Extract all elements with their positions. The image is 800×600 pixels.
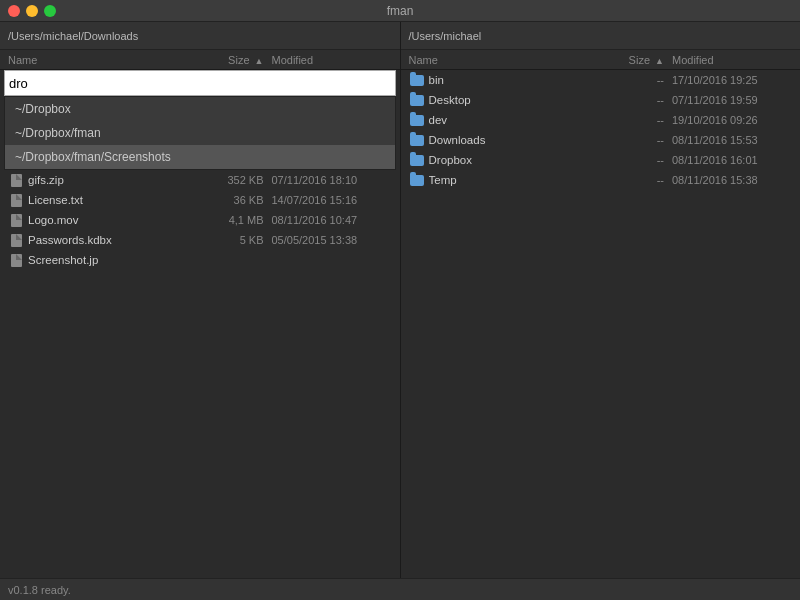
right-col-date-header[interactable]: Modified <box>672 54 792 66</box>
right-panel-path: /Users/michael <box>401 22 801 50</box>
file-name: Temp <box>429 174 603 186</box>
table-row[interactable]: Screenshot.jp <box>0 250 400 270</box>
file-size: 36 KB <box>202 194 272 206</box>
file-name: gifs.zip <box>28 174 202 186</box>
file-icon <box>11 194 22 207</box>
table-row[interactable]: Logo.mov4,1 MB08/11/2016 10:47 <box>0 210 400 230</box>
maximize-button[interactable] <box>44 5 56 17</box>
table-row[interactable]: License.txt36 KB14/07/2016 15:16 <box>0 190 400 210</box>
file-date: 19/10/2016 09:26 <box>672 114 792 126</box>
window-controls <box>8 5 56 17</box>
window-title: fman <box>387 4 414 18</box>
left-col-name-header[interactable]: Name <box>8 54 202 66</box>
statusbar: v0.1.8 ready. <box>0 578 800 600</box>
table-row[interactable]: bin--17/10/2016 19:25 <box>401 70 801 90</box>
file-date: 08/11/2016 15:38 <box>672 174 792 186</box>
file-size: -- <box>602 114 672 126</box>
table-row[interactable]: dev--19/10/2016 09:26 <box>401 110 801 130</box>
file-name: Passwords.kdbx <box>28 234 202 246</box>
file-name: Dropbox <box>429 154 603 166</box>
table-row[interactable]: Passwords.kdbx5 KB05/05/2015 13:38 <box>0 230 400 250</box>
titlebar: fman <box>0 0 800 22</box>
right-panel-header: Name Size ▲ Modified <box>401 50 801 70</box>
autocomplete-list: ~/Dropbox~/Dropbox/fman~/Dropbox/fman/Sc… <box>4 96 396 170</box>
right-col-name-header[interactable]: Name <box>409 54 603 66</box>
main-layout: /Users/michael/Downloads Name Size ▲ Mod… <box>0 22 800 578</box>
file-date: 07/11/2016 19:59 <box>672 94 792 106</box>
status-text: v0.1.8 ready. <box>8 584 71 596</box>
file-size: 352 KB <box>202 174 272 186</box>
left-panel-path: /Users/michael/Downloads <box>0 22 400 50</box>
folder-icon <box>410 135 424 146</box>
file-size: -- <box>602 134 672 146</box>
left-col-size-header[interactable]: Size ▲ <box>202 54 272 66</box>
table-row[interactable]: Temp--08/11/2016 15:38 <box>401 170 801 190</box>
right-panel: /Users/michael Name Size ▲ Modified bin-… <box>401 22 801 578</box>
file-name: License.txt <box>28 194 202 206</box>
list-item[interactable]: ~/Dropbox/fman/Screenshots <box>5 145 395 169</box>
folder-icon <box>410 175 424 186</box>
file-name: Logo.mov <box>28 214 202 226</box>
file-date: 05/05/2015 13:38 <box>272 234 392 246</box>
file-name: Downloads <box>429 134 603 146</box>
search-input-wrapper[interactable] <box>4 70 396 96</box>
left-panel: /Users/michael/Downloads Name Size ▲ Mod… <box>0 22 401 578</box>
file-icon <box>11 234 22 247</box>
right-file-list[interactable]: bin--17/10/2016 19:25Desktop--07/11/2016… <box>401 70 801 578</box>
file-date: 14/07/2016 15:16 <box>272 194 392 206</box>
folder-icon <box>410 115 424 126</box>
list-item[interactable]: ~/Dropbox/fman <box>5 121 395 145</box>
file-size: -- <box>602 94 672 106</box>
file-size: -- <box>602 174 672 186</box>
folder-icon <box>410 75 424 86</box>
file-size: -- <box>602 154 672 166</box>
file-icon <box>11 174 22 187</box>
left-panel-header: Name Size ▲ Modified <box>0 50 400 70</box>
folder-icon <box>410 155 424 166</box>
minimize-button[interactable] <box>26 5 38 17</box>
search-input[interactable] <box>9 76 391 91</box>
file-date: 08/11/2016 16:01 <box>672 154 792 166</box>
table-row[interactable]: Downloads--08/11/2016 15:53 <box>401 130 801 150</box>
table-row[interactable]: Desktop--07/11/2016 19:59 <box>401 90 801 110</box>
file-name: Screenshot.jp <box>28 254 202 266</box>
file-date: 07/11/2016 18:10 <box>272 174 392 186</box>
file-size: -- <box>602 74 672 86</box>
right-sort-indicator: ▲ <box>655 56 664 66</box>
left-col-date-header[interactable]: Modified <box>272 54 392 66</box>
list-item[interactable]: ~/Dropbox <box>5 97 395 121</box>
sort-indicator: ▲ <box>255 56 264 66</box>
file-size: 5 KB <box>202 234 272 246</box>
table-row[interactable]: Dropbox--08/11/2016 16:01 <box>401 150 801 170</box>
folder-icon <box>410 95 424 106</box>
file-name: dev <box>429 114 603 126</box>
file-size: 4,1 MB <box>202 214 272 226</box>
right-col-size-header[interactable]: Size ▲ <box>602 54 672 66</box>
file-icon <box>11 254 22 267</box>
table-row[interactable]: gifs.zip352 KB07/11/2016 18:10 <box>0 170 400 190</box>
search-overlay: ~/Dropbox~/Dropbox/fman~/Dropbox/fman/Sc… <box>0 70 400 170</box>
file-date: 08/11/2016 15:53 <box>672 134 792 146</box>
file-date: 17/10/2016 19:25 <box>672 74 792 86</box>
file-icon <box>11 214 22 227</box>
file-name: Desktop <box>429 94 603 106</box>
file-date: 08/11/2016 10:47 <box>272 214 392 226</box>
file-name: bin <box>429 74 603 86</box>
close-button[interactable] <box>8 5 20 17</box>
